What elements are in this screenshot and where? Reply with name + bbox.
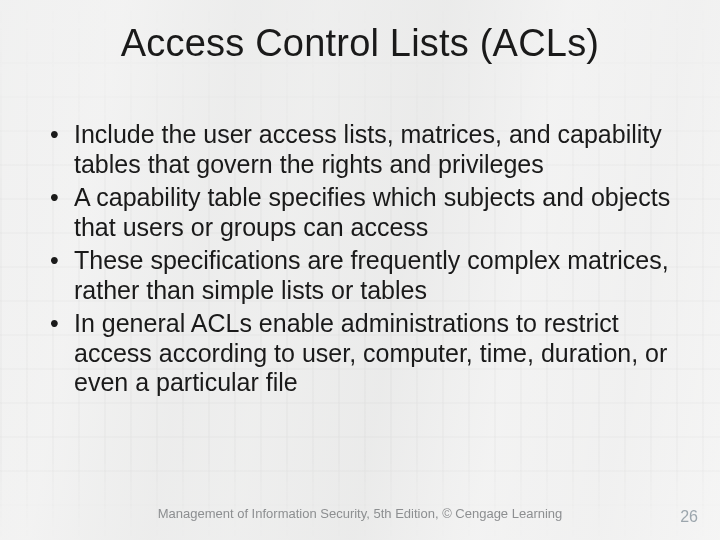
page-number: 26	[680, 508, 698, 526]
slide-footer: Management of Information Security, 5th …	[0, 506, 720, 526]
footer-text: Management of Information Security, 5th …	[0, 506, 720, 521]
list-item: Include the user access lists, matrices,…	[40, 120, 672, 179]
slide: Access Control Lists (ACLs) Include the …	[0, 0, 720, 540]
list-item: In general ACLs enable administrations t…	[40, 309, 672, 398]
list-item: A capability table specifies which subje…	[40, 183, 672, 242]
bullet-list: Include the user access lists, matrices,…	[40, 120, 672, 398]
slide-title: Access Control Lists (ACLs)	[0, 22, 720, 65]
list-item: These specifications are frequently comp…	[40, 246, 672, 305]
slide-body: Include the user access lists, matrices,…	[40, 120, 672, 402]
